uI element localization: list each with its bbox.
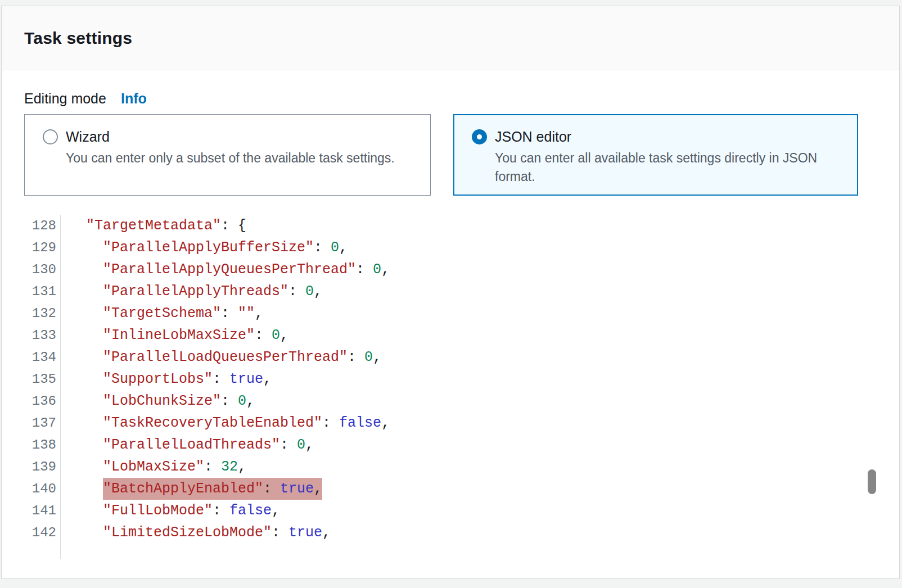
wizard-radio-icon[interactable] <box>43 129 58 144</box>
code-line[interactable]: 136 "LobChunkSize": 0, <box>24 390 877 412</box>
wizard-option-card[interactable]: Wizard You can enter only a subset of th… <box>24 114 431 196</box>
code-line[interactable]: 139 "LobMaxSize": 32, <box>24 456 877 478</box>
code-text: "TargetMetadata": { <box>61 215 246 237</box>
code-line[interactable]: 137 "TaskRecoveryTableEnabled": false, <box>24 412 877 434</box>
json-editor-radio-icon[interactable] <box>472 129 487 144</box>
line-number: 137 <box>24 412 61 434</box>
line-number: 131 <box>24 281 61 302</box>
wizard-option-label[interactable]: Wizard <box>66 127 395 147</box>
line-number: 138 <box>24 434 61 456</box>
line-number: 141 <box>24 500 61 522</box>
panel-body: Editing mode Info Wizard You can enter o… <box>2 70 899 559</box>
code-text: "ParallelLoadQueuesPerThread": 0, <box>61 346 381 368</box>
line-number: 140 <box>24 478 61 500</box>
line-number: 135 <box>24 368 61 390</box>
code-editor[interactable]: 128 "TargetMetadata": {129 "ParallelAppl… <box>24 215 877 559</box>
code-text: "LobChunkSize": 0, <box>61 390 255 412</box>
code-text: "SupportLobs": true, <box>61 368 272 390</box>
panel-header: Task settings <box>2 6 899 70</box>
code-text: "LobMaxSize": 32, <box>61 456 246 478</box>
code-text: "ParallelApplyThreads": 0, <box>61 281 322 302</box>
code-line[interactable]: 130 "ParallelApplyQueuesPerThread": 0, <box>24 259 877 281</box>
editing-mode-radio-group: Wizard You can enter only a subset of th… <box>24 114 877 196</box>
code-line[interactable]: 128 "TargetMetadata": { <box>24 215 877 237</box>
code-text: "InlineLobMaxSize": 0, <box>61 324 288 346</box>
vertical-scrollbar-thumb[interactable] <box>868 469 876 494</box>
wizard-option-description: You can enter only a subset of the avail… <box>66 149 395 168</box>
code-text: "TargetSchema": "", <box>61 302 263 324</box>
code-line[interactable]: 132 "TargetSchema": "", <box>24 302 877 324</box>
wizard-option-text: Wizard You can enter only a subset of th… <box>66 127 395 168</box>
code-text: "BatchApplyEnabled": true, <box>61 478 322 500</box>
json-editor-option-text: JSON editor You can enter all available … <box>495 127 839 186</box>
search-highlight: "BatchApplyEnabled": true, <box>103 478 322 500</box>
line-number: 129 <box>24 237 61 259</box>
page-title: Task settings <box>24 29 132 48</box>
json-editor-option-card[interactable]: JSON editor You can enter all available … <box>453 114 858 196</box>
line-number: 134 <box>24 346 61 368</box>
gutter-tail <box>24 544 61 559</box>
code-line[interactable]: 140 "BatchApplyEnabled": true, <box>24 478 877 500</box>
line-number: 136 <box>24 390 61 412</box>
code-line[interactable]: 129 "ParallelApplyBufferSize": 0, <box>24 237 877 259</box>
line-number: 132 <box>24 302 61 324</box>
code-text: "FullLobMode": false, <box>61 500 280 522</box>
code-line[interactable]: 142 "LimitedSizeLobMode": true, <box>24 522 877 544</box>
line-number: 142 <box>24 522 61 544</box>
code-line[interactable]: 138 "ParallelLoadThreads": 0, <box>24 434 877 456</box>
code-text: "ParallelLoadThreads": 0, <box>61 434 314 456</box>
code-text: "LimitedSizeLobMode": true, <box>61 522 331 544</box>
json-editor-option-label[interactable]: JSON editor <box>495 127 839 147</box>
code-line[interactable]: 135 "SupportLobs": true, <box>24 368 877 390</box>
code-line[interactable]: 133 "InlineLobMaxSize": 0, <box>24 324 877 346</box>
info-link[interactable]: Info <box>121 91 147 107</box>
line-number: 139 <box>24 456 61 478</box>
code-line[interactable]: 134 "ParallelLoadQueuesPerThread": 0, <box>24 346 877 368</box>
editing-mode-label: Editing mode <box>24 91 106 107</box>
editing-mode-row: Editing mode Info <box>24 91 877 107</box>
line-number: 128 <box>24 215 61 237</box>
line-number: 130 <box>24 259 61 281</box>
code-line[interactable]: 141 "FullLobMode": false, <box>24 500 877 522</box>
json-editor-option-description: You can enter all available task setting… <box>495 149 839 186</box>
line-number: 133 <box>24 324 61 346</box>
code-line[interactable]: 131 "ParallelApplyThreads": 0, <box>24 281 877 302</box>
code-text: "ParallelApplyBufferSize": 0, <box>61 237 348 259</box>
code-text: "ParallelApplyQueuesPerThread": 0, <box>61 259 390 281</box>
code-line-partial <box>24 544 877 559</box>
task-settings-panel: Task settings Editing mode Info Wizard Y… <box>1 6 900 579</box>
code-text: "TaskRecoveryTableEnabled": false, <box>61 412 390 434</box>
